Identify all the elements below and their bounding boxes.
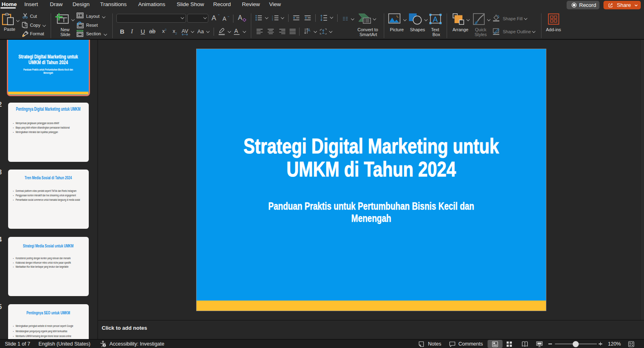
svg-text:A: A — [433, 15, 438, 24]
svg-text:3: 3 — [272, 19, 273, 21]
svg-text:A: A — [308, 28, 310, 32]
